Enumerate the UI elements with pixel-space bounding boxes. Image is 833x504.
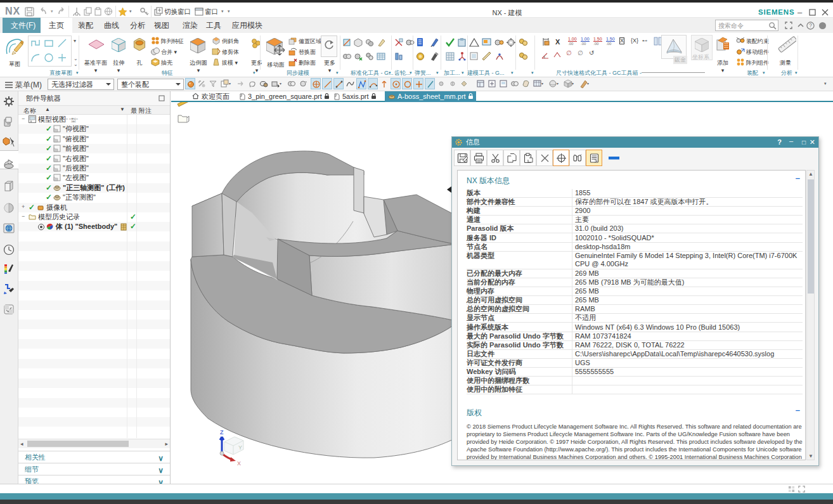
svg-text:Y: Y — [238, 444, 242, 451]
svg-text:Z: Z — [220, 429, 224, 436]
svg-text:X: X — [237, 460, 241, 466]
